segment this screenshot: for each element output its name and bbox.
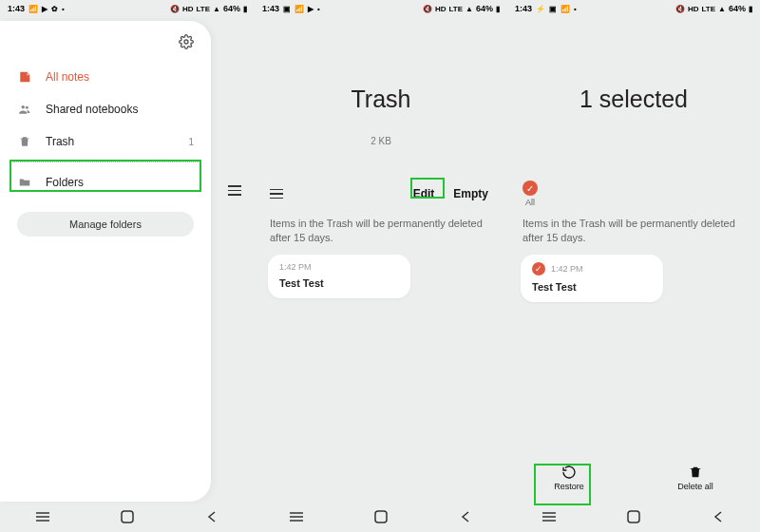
android-navbar <box>255 502 507 532</box>
net-icon: LTE <box>197 5 211 13</box>
note-title: Test Test <box>532 281 652 293</box>
status-time: 1:43 <box>262 4 279 13</box>
recents-button[interactable] <box>14 512 71 522</box>
bolt-icon: ⚡ <box>536 5 545 13</box>
battery-icon: ▮ <box>749 5 752 13</box>
select-all-toggle[interactable]: ✓ All <box>522 180 538 207</box>
page-title: Trash <box>255 86 507 113</box>
status-bar: 1:43 ▣ 📶 ▶ • 🔇 HD LTE ▲ 64% ▮ <box>255 0 507 17</box>
delete-all-label: Delete all <box>677 482 713 491</box>
svg-rect-10 <box>375 511 387 522</box>
signal-icon: ▲ <box>718 5 726 13</box>
mute-icon: 🔇 <box>675 5 685 13</box>
dot-icon: • <box>62 5 65 13</box>
image-icon: ▣ <box>549 5 557 13</box>
status-bar: 1:43 📶 ▶ ✿ • 🔇 HD LTE ▲ 64% ▮ <box>0 0 255 17</box>
sidebar-item-label: Shared notebooks <box>46 103 194 116</box>
sidebar-menu: All notes Shared notebooks Trash 1 Folde… <box>0 55 211 237</box>
home-button[interactable] <box>352 510 409 523</box>
note-title: Test Test <box>279 277 399 289</box>
check-icon: ✓ <box>532 262 545 276</box>
note-timestamp: 1:42 PM <box>279 262 399 272</box>
trash-icon <box>688 465 703 480</box>
svg-rect-6 <box>122 511 133 522</box>
hd-icon: HD <box>182 5 194 13</box>
battery-icon: ▮ <box>243 5 247 13</box>
screen-1: 1:43 📶 ▶ ✿ • 🔇 HD LTE ▲ 64% ▮ <box>0 0 255 532</box>
screen-3: 1:43 ⚡ ▣ 📶 • 🔇 HD LTE ▲ 64% ▮ 1 selected… <box>507 0 760 532</box>
dot-icon: • <box>317 5 320 13</box>
svg-rect-14 <box>628 511 639 522</box>
trash-info-text: Items in the Trash will be permanently d… <box>522 217 745 245</box>
hd-icon: HD <box>688 5 699 13</box>
drawer-handle-icon[interactable] <box>228 185 241 196</box>
status-time: 1:43 <box>8 4 25 13</box>
battery-text: 64% <box>476 4 493 13</box>
sidebar-item-all-notes[interactable]: All notes <box>0 61 211 93</box>
screen-2: 1:43 ▣ 📶 ▶ • 🔇 HD LTE ▲ 64% ▮ Trash 2 KB… <box>255 0 507 532</box>
highlight-edit <box>410 178 445 199</box>
signal-icon: ▲ <box>213 5 220 13</box>
sidebar-drawer: All notes Shared notebooks Trash 1 Folde… <box>0 21 211 502</box>
net-icon: LTE <box>449 5 464 13</box>
sidebar-item-shared[interactable]: Shared notebooks <box>0 93 211 125</box>
sidebar-item-label: All notes <box>46 70 194 84</box>
status-time: 1:43 <box>515 4 532 13</box>
note-card[interactable]: 1:42 PM Test Test <box>268 255 410 298</box>
wifi-icon: 📶 <box>560 5 570 13</box>
sidebar-item-label: Trash <box>46 135 175 148</box>
gear-mini-icon: ✿ <box>51 5 58 13</box>
note-timestamp: 1:42 PM <box>551 264 583 274</box>
image-icon: ▣ <box>283 5 291 13</box>
android-navbar <box>0 502 255 532</box>
status-bar: 1:43 ⚡ ▣ 📶 • 🔇 HD LTE ▲ 64% ▮ <box>507 0 760 17</box>
sidebar-item-trash[interactable]: Trash 1 <box>0 125 211 158</box>
check-icon: ✓ <box>522 180 538 196</box>
play-icon: ▶ <box>42 5 48 13</box>
wifi-icon: 📶 <box>28 5 38 13</box>
note-icon <box>17 69 32 85</box>
android-navbar <box>507 502 760 532</box>
play-icon: ▶ <box>308 5 314 13</box>
hd-icon: HD <box>435 5 446 13</box>
svg-point-2 <box>26 106 28 109</box>
manage-folders-label: Manage folders <box>69 218 142 230</box>
recents-button[interactable] <box>521 512 578 522</box>
dot-icon: • <box>574 5 577 13</box>
net-icon: LTE <box>702 5 716 13</box>
toolbar: Edit Empty <box>255 180 507 207</box>
settings-icon[interactable] <box>179 34 194 49</box>
note-card-selected[interactable]: ✓ 1:42 PM Test Test <box>521 255 663 302</box>
mute-icon: 🔇 <box>423 5 432 13</box>
people-icon <box>17 102 32 117</box>
manage-folders-button[interactable]: Manage folders <box>17 212 194 237</box>
mute-icon: 🔇 <box>170 5 180 13</box>
trash-icon <box>17 134 32 149</box>
trash-size: 2 KB <box>255 136 507 146</box>
delete-all-button[interactable]: Delete all <box>677 465 713 491</box>
signal-icon: ▲ <box>466 5 473 13</box>
wifi-icon: 📶 <box>294 5 304 13</box>
sidebar-item-count: 1 <box>188 137 194 147</box>
svg-point-1 <box>22 105 26 109</box>
battery-text: 64% <box>223 4 240 13</box>
battery-text: 64% <box>729 4 746 13</box>
home-button[interactable] <box>99 510 156 523</box>
menu-icon[interactable] <box>270 189 283 200</box>
highlight-restore <box>534 464 591 505</box>
svg-point-0 <box>184 40 188 44</box>
back-button[interactable] <box>437 511 494 522</box>
back-button[interactable] <box>183 511 240 522</box>
page-title: 1 selected <box>507 86 760 113</box>
home-button[interactable] <box>605 510 662 523</box>
trash-info-text: Items in the Trash will be permanently d… <box>270 217 492 245</box>
back-button[interactable] <box>690 511 747 522</box>
highlight-trash <box>10 160 201 192</box>
recents-button[interactable] <box>268 512 325 522</box>
select-all-label: All <box>525 198 535 207</box>
battery-icon: ▮ <box>496 5 500 13</box>
empty-button[interactable]: Empty <box>449 185 492 202</box>
